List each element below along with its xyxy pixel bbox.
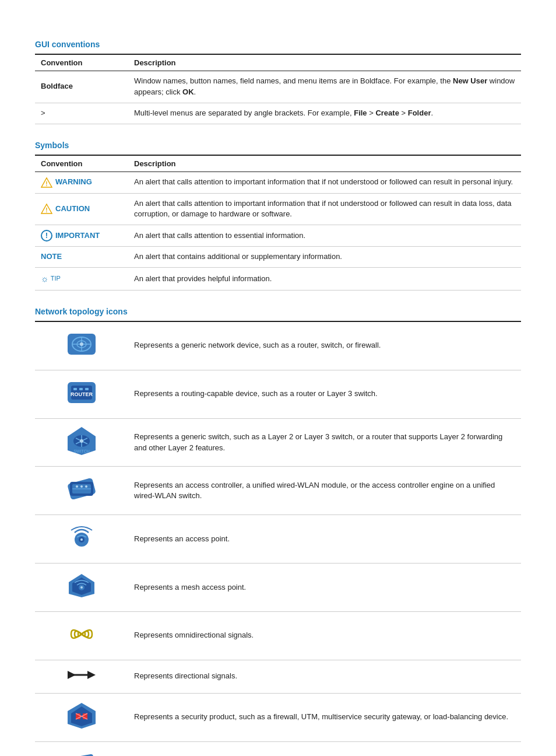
security-product-desc: Represents a security product, such as a… [128, 693, 521, 741]
table-row: ROUTER Represents a routing-capable devi… [35, 370, 521, 418]
caution-description: An alert that calls attention to importa… [128, 193, 521, 225]
svg-rect-14 [79, 388, 83, 390]
caution-text: CAUTION [55, 204, 90, 215]
omni-signal-desc: Represents omnidirectional signals. [128, 611, 521, 660]
gui-conv-col1: Convention [35, 54, 128, 71]
table-row: Represents omnidirectional signals. [35, 611, 521, 660]
description-cell: Multi-level menus are separated by angle… [128, 103, 521, 124]
table-row: SWITCH Represents a generic switch, such… [35, 418, 521, 467]
network-icon-cell: SWITCH [35, 418, 128, 467]
svg-point-27 [76, 485, 78, 488]
important-description: An alert that calls attention to essenti… [128, 225, 521, 247]
access-point-icon [65, 521, 98, 554]
table-row: Represents an access controller, a unifi… [35, 467, 521, 515]
access-point-desc: Represents an access point. [128, 515, 521, 564]
table-row: Represents a mesh access point. [35, 564, 521, 612]
table-row: ☼ TIP An alert that provides helpful inf… [35, 268, 521, 290]
svg-point-28 [80, 485, 83, 488]
mesh-access-point-desc: Represents a mesh access point. [128, 564, 521, 612]
security-card-icon [65, 748, 98, 757]
table-row: ! CAUTION An alert that calls attention … [35, 193, 521, 225]
sym-col2: Description [128, 155, 521, 172]
gui-conventions-title: GUI conventions [35, 40, 521, 49]
table-row: Represents a security product, such as a… [35, 693, 521, 741]
table-row: Represents a security card, such as a fi… [35, 741, 521, 756]
table-row: NOTE An alert that contains additional o… [35, 247, 521, 268]
caution-icon: ! [41, 203, 52, 215]
svg-point-21 [80, 439, 83, 443]
gui-conv-col2: Description [128, 54, 521, 71]
network-icon-cell [35, 693, 128, 741]
switch-icon: SWITCH [65, 425, 98, 457]
sym-col1: Convention [35, 155, 128, 172]
tip-text: TIP [51, 274, 61, 284]
caution-label: ! CAUTION [41, 203, 122, 215]
network-topology-table: Represents a generic network device, suc… [35, 321, 521, 756]
tip-description: An alert that provides helpful informati… [128, 268, 521, 290]
symbol-convention-warning: ! WARNING [35, 172, 128, 193]
svg-marker-39 [87, 671, 96, 679]
note-text: NOTE [41, 252, 62, 261]
symbol-convention-note: NOTE [35, 247, 128, 268]
tip-icon: ☼ [41, 272, 49, 285]
note-description: An alert that contains additional or sup… [128, 247, 521, 268]
svg-point-36 [80, 586, 83, 589]
switch-desc: Represents a generic switch, such as a L… [128, 418, 521, 467]
directional-signal-desc: Represents directional signals. [128, 660, 521, 693]
svg-rect-13 [73, 388, 77, 390]
security-card-desc: Represents a security card, such as a fi… [128, 741, 521, 756]
warning-text: WARNING [55, 177, 92, 188]
omni-signal-icon [65, 618, 98, 650]
security-product-icon [65, 699, 98, 732]
directional-signal-icon [65, 666, 98, 684]
network-icon-cell [35, 564, 128, 612]
table-row: ! WARNING An alert that calls attention … [35, 172, 521, 193]
svg-point-29 [85, 485, 87, 488]
description-cell: Window names, button names, field names,… [128, 71, 521, 103]
svg-text:ROUTER: ROUTER [71, 391, 93, 397]
table-row: ! IMPORTANT An alert that calls attentio… [35, 225, 521, 247]
access-controller-icon [65, 473, 98, 505]
network-icon-cell [35, 611, 128, 660]
router-icon: ROUTER [65, 376, 98, 409]
important-label: ! IMPORTANT [41, 230, 122, 242]
symbol-convention-caution: ! CAUTION [35, 193, 128, 225]
important-icon: ! [41, 230, 52, 242]
network-icon-cell: ROUTER [35, 370, 128, 418]
gui-conventions-table: Convention Description Boldface Window n… [35, 54, 521, 124]
svg-marker-40 [68, 671, 76, 679]
table-row: Represents a generic network device, suc… [35, 321, 521, 370]
tip-label: ☼ TIP [41, 272, 61, 285]
symbols-table: Convention Description ! WARNING An aler… [35, 155, 521, 290]
warning-label: ! WARNING [41, 177, 122, 188]
symbol-convention-tip: ☼ TIP [35, 268, 128, 290]
svg-point-9 [80, 342, 83, 346]
svg-point-32 [80, 538, 83, 541]
important-text: IMPORTANT [55, 230, 100, 242]
network-icon-cell [35, 741, 128, 756]
generic-device-desc: Represents a generic network device, suc… [128, 321, 521, 370]
svg-rect-47 [68, 754, 96, 756]
svg-point-37 [80, 633, 83, 635]
network-topology-title: Network topology icons [35, 307, 521, 316]
access-controller-desc: Represents an access controller, a unifi… [128, 467, 521, 515]
warning-icon: ! [41, 177, 52, 188]
mesh-access-point-icon [65, 569, 98, 602]
router-desc: Represents a routing-capable device, suc… [128, 370, 521, 418]
table-row: Boldface Window names, button names, fie… [35, 71, 521, 103]
table-row: Represents an access point. [35, 515, 521, 564]
table-row: Represents directional signals. [35, 660, 521, 693]
svg-text:!: ! [45, 180, 47, 187]
network-icon-cell [35, 321, 128, 370]
network-icon-cell [35, 515, 128, 564]
network-icon-cell [35, 660, 128, 693]
svg-rect-15 [85, 388, 89, 390]
convention-cell: Boldface [35, 71, 128, 103]
svg-text:!: ! [45, 207, 47, 214]
svg-text:SWITCH: SWITCH [73, 449, 90, 453]
symbols-title: Symbols [35, 141, 521, 150]
network-icon-cell [35, 467, 128, 515]
table-row: > Multi-level menus are separated by ang… [35, 103, 521, 124]
warning-description: An alert that calls attention to importa… [128, 172, 521, 193]
generic-device-icon [65, 328, 98, 360]
